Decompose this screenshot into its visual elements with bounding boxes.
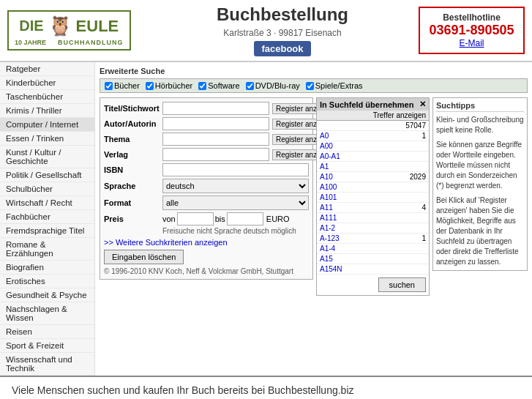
clear-button[interactable]: Eingaben löschen <box>104 250 184 264</box>
sidebar-item-kunst[interactable]: Kunst / Kultur / Geschichte <box>0 146 94 168</box>
filter-dvd[interactable]: DVD/Blu-ray <box>246 81 300 90</box>
result-code-9: A111 <box>320 214 337 222</box>
result-row-11[interactable]: A-123 1 <box>317 234 429 244</box>
sidebar-item-wirtschaft[interactable]: Wirtschaft / Recht <box>0 196 94 210</box>
hotline-number: 03691-890505 <box>429 23 514 38</box>
filter-software[interactable]: Software <box>198 81 239 90</box>
sidebar-item-taschenbucher[interactable]: Taschenbücher <box>0 90 94 104</box>
content-area: Erweiterte Suche Bücher Hörbücher Softwa… <box>95 62 532 376</box>
erweiterte-suche-label: Erweiterte Suche <box>100 67 528 75</box>
result-row-0[interactable]: 57047 <box>317 121 429 131</box>
result-code-13: A15 <box>320 255 333 263</box>
result-row-14[interactable]: A154N <box>317 264 429 275</box>
sidebar-item-essen[interactable]: Essen / Trinken <box>0 132 94 146</box>
result-row-12[interactable]: A1-4 <box>317 244 429 254</box>
sidebar-item-schulbucher[interactable]: Schulbücher <box>0 182 94 196</box>
facebook-button[interactable]: facebook <box>254 41 310 56</box>
result-row-10[interactable]: A1-2 <box>317 223 429 234</box>
results-header-label2: Treffer anzeigen <box>373 111 426 119</box>
sidebar-item-sport[interactable]: Sport & Freizeit <box>0 339 94 353</box>
label-titel: Titel/Stichwort <box>104 104 162 113</box>
result-row-2[interactable]: A00 <box>317 141 429 152</box>
suchtipps-text1: Klein- und Großschreibung spielt keine R… <box>436 115 524 135</box>
owl-icon: 🦉 <box>48 15 72 37</box>
suchtipps-text2: Sie können ganze Begriffe oder Wortteile… <box>436 140 524 191</box>
sidebar-item-fachbucher[interactable]: Fachbücher <box>0 210 94 224</box>
sidebar-item-erotisches[interactable]: Erotisches <box>0 275 94 288</box>
search-button[interactable]: suchen <box>378 277 426 292</box>
sidebar-item-kinderbucher[interactable]: Kinderbücher <box>0 76 94 90</box>
sidebar-item-gesundheit[interactable]: Gesundheit & Psyche <box>0 288 94 302</box>
sidebar-item-politik[interactable]: Politik / Gesellschaft <box>0 168 94 182</box>
suchtipps-title: Suchtipps <box>436 101 524 112</box>
format-select[interactable]: alle Taschenbuch Hardcover E-Book <box>162 195 309 210</box>
result-row-9[interactable]: A111 <box>317 213 429 223</box>
result-row-3[interactable]: A0-A1 <box>317 152 429 162</box>
input-isbn[interactable] <box>162 163 309 176</box>
main-layout: Ratgeber Kinderbücher Taschenbücher Krim… <box>0 62 532 376</box>
sidebar-item-krimis[interactable]: Krimis / Thriller <box>0 104 94 118</box>
email-link[interactable]: E-Mail <box>429 38 514 48</box>
result-count-1: 1 <box>422 132 426 140</box>
result-row-1[interactable]: A0 1 <box>317 131 429 141</box>
preis-von-input[interactable] <box>177 212 214 225</box>
label-sprache: Sprache <box>104 182 162 190</box>
result-row-6[interactable]: A100 <box>317 182 429 193</box>
currency-label: EURO <box>266 215 290 223</box>
more-criteria-link[interactable]: >> Weitere Suchkriterien anzeigen <box>104 238 309 247</box>
form-row-verlag: Verlag Register anzeigen <box>104 148 309 161</box>
sidebar-item-computer[interactable]: Computer / Internet <box>0 118 94 132</box>
sidebar-item-fremdsprachig[interactable]: Fremdsprachige Titel <box>0 224 94 238</box>
sidebar-item-romane[interactable]: Romane & Erzählungen <box>0 238 94 261</box>
suchtipps-panel: Suchtipps Klein- und Großschreibung spie… <box>432 97 528 271</box>
label-format: Format <box>104 198 162 207</box>
form-row-preis: Preis von bis EURO <box>104 212 309 225</box>
logo-eule: EULE <box>76 17 119 36</box>
form-row-titel: Titel/Stichwort Register anzeigen <box>104 102 309 115</box>
results-close-icon[interactable]: ✕ <box>419 100 426 109</box>
sidebar-item-reisen[interactable]: Reisen <box>0 325 94 339</box>
search-form: Titel/Stichwort Register anzeigen Autor/… <box>100 97 313 280</box>
filter-bucher-checkbox[interactable] <box>105 82 113 90</box>
sidebar-item-nachschlagewerke[interactable]: Nachschlagen & Wissen <box>0 302 94 325</box>
label-autor: Autor/Autorin <box>104 119 162 128</box>
filter-software-checkbox[interactable] <box>198 82 206 90</box>
freiesuche-note: Freisuche nicht Sprache deutsch möglich <box>162 227 309 235</box>
result-code-10: A1-2 <box>320 224 335 232</box>
input-thema[interactable] <box>162 133 269 146</box>
logo-area: DIE 🦉 EULE 10 JAHRE BUCHHANDLUNG <box>7 10 146 51</box>
bis-label: bis <box>215 215 225 223</box>
filter-horbucher[interactable]: Hörbücher <box>146 81 192 90</box>
filter-horbucher-checkbox[interactable] <box>146 82 154 90</box>
filter-bucher[interactable]: Bücher <box>105 81 140 90</box>
sidebar-item-ratgeber[interactable]: Ratgeber <box>0 62 94 76</box>
results-list[interactable]: 57047 A0 1 A00 A0-A1 A1 <box>317 121 429 275</box>
sprache-select[interactable]: alle deutsch englisch französisch <box>162 179 309 193</box>
logo-die: DIE <box>19 18 43 34</box>
preis-bis-input[interactable] <box>227 212 263 225</box>
result-row-5[interactable]: A10 2029 <box>317 172 429 182</box>
sidebar-item-biografien[interactable]: Biografien <box>0 261 94 275</box>
input-verlag[interactable] <box>162 148 269 161</box>
filter-spiele-checkbox[interactable] <box>306 82 314 90</box>
input-titel[interactable] <box>162 102 269 115</box>
filter-spiele[interactable]: Spiele/Extras <box>306 81 363 90</box>
header-center: Buchbestellung Karlstraße 3 · 99817 Eise… <box>146 4 419 56</box>
result-code-3: A0-A1 <box>320 152 340 160</box>
suchtipps-text3: Bei Klick auf 'Register anzeigen' haben … <box>436 195 524 267</box>
header-title: Buchbestellung <box>146 4 419 25</box>
result-row-7[interactable]: A101 <box>317 193 429 203</box>
sidebar-item-wissenschaft[interactable]: Wissenschaft und Technik <box>0 353 94 376</box>
result-count-5: 2029 <box>410 173 426 181</box>
filter-row: Bücher Hörbücher Software DVD/Blu-ray Sp… <box>100 78 528 93</box>
label-preis: Preis <box>104 215 162 223</box>
results-header-label1: In Suchfeld übernehmen <box>320 100 413 109</box>
results-header-row: In Suchfeld übernehmen ✕ <box>317 98 429 111</box>
input-autor[interactable] <box>162 117 269 130</box>
result-row-4[interactable]: A1 <box>317 162 429 172</box>
result-code-1: A0 <box>320 132 329 140</box>
result-count-0: 57047 <box>405 122 426 130</box>
result-row-8[interactable]: A11 4 <box>317 203 429 213</box>
result-row-13[interactable]: A15 <box>317 254 429 264</box>
filter-dvd-checkbox[interactable] <box>246 82 254 90</box>
